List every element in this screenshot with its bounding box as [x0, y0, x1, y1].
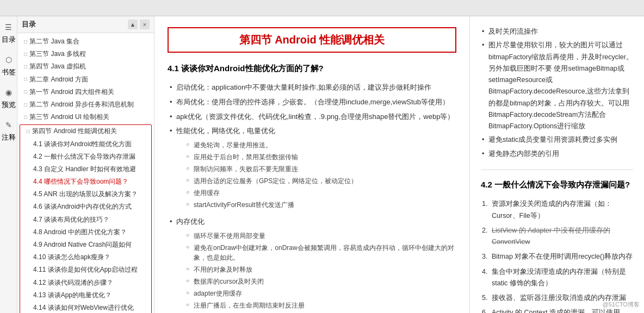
toc-item-java-jvm[interactable]: □ 第四节 Java 虚拟机 [17, 60, 154, 73]
section-4-2-heading: 4.2 一般什么情况下会导致内存泄漏问题? [481, 170, 633, 192]
toc-sub-4-1[interactable]: 4.1 谈谈你对Android性能优化方面 [20, 138, 151, 151]
toc-item-android-chapter[interactable]: □ 第二章 Android 方面 [17, 73, 154, 86]
sidebar-icons: ☰ 目录 ⬡ 书签 ◉ 预览 ✎ 注释 [0, 16, 17, 313]
content-panel: 第四节 Android 性能调优相关 4.1 谈谈你对Android性能优化方面… [154, 16, 470, 313]
perf-sub-4: 选用合适的定位服务（GPS定位，网络定位，被动定位） [185, 175, 456, 187]
section-4-1-title: 4.1 谈谈你对Android性能优化方面的了解? [168, 64, 456, 74]
annotation-label: 注释 [2, 133, 16, 142]
right-item-bitmap: 图片尽量使用软引用，较大的图片可以通过bitmapFactory缩放后再使用，并… [481, 39, 633, 133]
toc-title: 目录 [22, 20, 36, 29]
toc-sub-4-10[interactable]: 4.10 谈谈怎么给apk瘦身？ [20, 251, 151, 264]
toc-sub-4-11[interactable]: 4.11 谈谈你是如何优化App启动过程 [20, 264, 151, 276]
toc-icon: ☰ [2, 21, 15, 34]
bookmark-label: 书签 [2, 67, 16, 77]
right-item-inner-class: 避免静态内部类的引用 [481, 147, 633, 161]
strikethrough-text: ListView 的 Adapter 中没有使用缓存的 ConvertView [492, 227, 610, 246]
section-4-1-list: 启动优化：application中不要做大量耗时操作,如果必须的话，建议异步做耗… [168, 80, 456, 313]
perf-sub-6: startActivityForResult替代发送广播 [185, 199, 456, 211]
toc-item-android-async[interactable]: □ 第二节 Android 异步任务和消息机制 [17, 98, 154, 111]
right-item-static: 避免static成员变量引用资源耗费过多实例 [481, 133, 633, 147]
toc-controls: ▲ × [128, 20, 150, 29]
numbered-item-3: Bitmap 对象不在使用时调用recycle()释放内存 [481, 249, 633, 264]
toc-item-java-collection[interactable]: □ 第二节 Java 集合 [17, 35, 154, 48]
sidebar-item-annotation[interactable]: ✎ 注释 [2, 118, 16, 142]
mem-sub-2: 避免在onDraw中创建对象，onDraw会被频繁调用，容易造成内存抖动，循环中… [185, 242, 456, 264]
toc-item-java-thread[interactable]: □ 第三节 Java 多线程 [17, 48, 154, 60]
toc-sub-4-6[interactable]: 4.6 谈谈Android中内存优化的方式 [20, 201, 151, 213]
perf-sub-3: 限制访问频率，失败后不要无限重连 [185, 163, 456, 175]
toc-sub-4-2[interactable]: 4.2 一般什么情况下会导致内存泄漏 [20, 151, 151, 163]
toc-sub-4-13[interactable]: 4.13 谈谈App的电量优化？ [20, 289, 151, 302]
toc-sub-4-8[interactable]: 4.8 Android 中的图片优化方案？ [20, 226, 151, 239]
numbered-item-4: 集合中对象没清理造成的内存泄漏（特别是 static 修饰的集合） [481, 265, 633, 291]
mem-sub-3: 不用的对象及时释放 [185, 264, 456, 276]
watermark: @51CTO博客 [603, 301, 640, 309]
list-item-layout: 布局优化：使用合理的控件选择，少嵌套。（合理使用include,merge,vi… [168, 95, 456, 110]
right-item-stream: 及时关闭流操作 [481, 25, 633, 39]
toc-active-section-box: □ 第四节 Android 性能调优相关 4.1 谈谈你对Android性能优化… [20, 124, 152, 313]
right-top-list: 及时关闭流操作 图片尽量使用软引用，较大的图片可以通过bitmapFactory… [481, 25, 633, 161]
numbered-item-2: ListView 的 Adapter 中没有使用缓存的 ConvertView [481, 223, 633, 250]
mem-sub-1: 循环尽量不使用局部变量 [185, 230, 456, 242]
mem-sub-4: 数据库的cursor及时关闭 [185, 276, 456, 287]
perf-sub-list: 避免轮询，尽量使用推送。 应用处于后台时，禁用某些数据传输 限制访问频率，失败后… [185, 139, 456, 211]
list-item-startup: 启动优化：application中不要做大量耗时操作,如果必须的话，建议异步做耗… [168, 80, 456, 95]
list-item-perf: 性能优化，网络优化，电量优化 避免轮询，尽量使用推送。 应用处于后台时，禁用某些… [168, 124, 456, 215]
toc-sub-4-4[interactable]: 4.4 哪些情况下会导致oom问题？ [20, 176, 151, 188]
list-item-memory: 内存优化 循环尽量不使用局部变量 避免在onDraw中创建对象，onDraw会被… [168, 215, 456, 313]
toc-scroll[interactable]: □ 第二节 Java 集合 □ 第三节 Java 多线程 □ 第四节 Java … [17, 33, 154, 313]
toc-sub-4-9[interactable]: 4.9 Android Native Crash问题如何 [20, 239, 151, 251]
perf-sub-2: 应用处于后台时，禁用某些数据传输 [185, 151, 456, 163]
preview-icon: ◉ [2, 86, 15, 99]
section-main-title: 第四节 Android 性能调优相关 [168, 27, 456, 53]
memory-sub-list: 循环尽量不使用局部变量 避免在onDraw中创建对象，onDraw会被频繁调用，… [185, 230, 456, 311]
right-content: 及时关闭流操作 图片尽量使用软引用，较大的图片可以通过bitmapFactory… [481, 25, 633, 313]
toc-header: 目录 ▲ × [17, 16, 154, 33]
mem-sub-5: adapter使用缓存 [185, 287, 456, 299]
sidebar-item-preview[interactable]: ◉ 预览 [2, 86, 16, 110]
toc-label: 目录 [2, 35, 16, 45]
toc-sub-4-7[interactable]: 4.7 谈谈布局优化的技巧？ [20, 214, 151, 226]
toc-sub-4-14[interactable]: 4.14 谈谈如何对WebView进行优化 [20, 302, 151, 313]
bookmark-icon: ⬡ [2, 53, 15, 66]
perf-sub-1: 避免轮询，尽量使用推送。 [185, 139, 456, 151]
numbered-item-1: 资源对象没关闭造成的内存泄漏（如：Cursor、File等） [481, 197, 633, 223]
sidebar-item-bookmark[interactable]: ⬡ 书签 [2, 53, 16, 77]
toc-sub-4-3[interactable]: 4.3 自定义 Handler 时如何有效地避 [20, 163, 151, 176]
mem-sub-6: 注册广播后，在生命周期结束时反注册 [185, 299, 456, 311]
toc-up-btn[interactable]: ▲ [128, 20, 138, 29]
right-panel: 及时关闭流操作 图片尽量使用软引用，较大的图片可以通过bitmapFactory… [470, 16, 644, 313]
section-4-2-list: 资源对象没关闭造成的内存泄漏（如：Cursor、File等） ListView … [481, 197, 633, 313]
toc-sub-4-12[interactable]: 4.12 谈谈代码混淆的步骤？ [20, 277, 151, 289]
toc-sub-4-5[interactable]: 4.5 ANR 出现的场景以及解决方案？ [20, 188, 151, 201]
preview-label: 预览 [2, 100, 16, 110]
perf-sub-5: 使用缓存 [185, 187, 456, 199]
toolbar [0, 0, 644, 16]
sidebar-item-toc[interactable]: ☰ 目录 [2, 21, 16, 45]
annotation-icon: ✎ [2, 118, 15, 132]
main-container: ☰ 目录 ⬡ 书签 ◉ 预览 ✎ 注释 目录 ▲ × □ 第二节 [0, 16, 644, 313]
toc-item-android-perf[interactable]: □ 第四节 Android 性能调优相关 [20, 125, 151, 137]
toc-panel: 目录 ▲ × □ 第二节 Java 集合 □ 第三节 Java 多线程 □ 第四… [17, 16, 154, 313]
list-item-apk: apk优化（资源文件优化、代码优化,lint检查，.9.png,合理使用shap… [168, 110, 456, 124]
toc-item-android-four[interactable]: □ 第一节 Android 四大组件相关 [17, 86, 154, 98]
toc-close-btn[interactable]: × [140, 20, 150, 29]
toc-item-android-ui[interactable]: □ 第三节 Android UI 绘制相关 [17, 111, 154, 123]
